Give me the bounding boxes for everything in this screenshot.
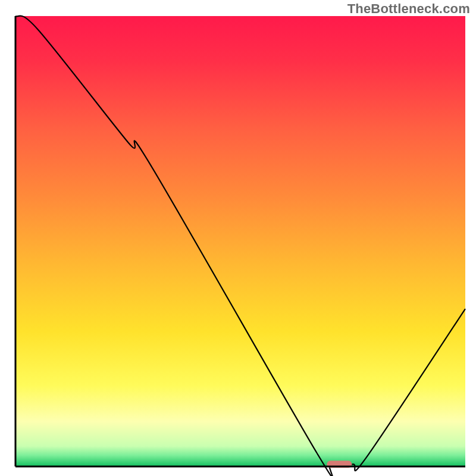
watermark-text: TheBottleneck.com bbox=[347, 1, 470, 17]
bottleneck-chart bbox=[0, 0, 476, 476]
chart-container: TheBottleneck.com bbox=[0, 0, 476, 476]
plot-background bbox=[15, 16, 465, 466]
